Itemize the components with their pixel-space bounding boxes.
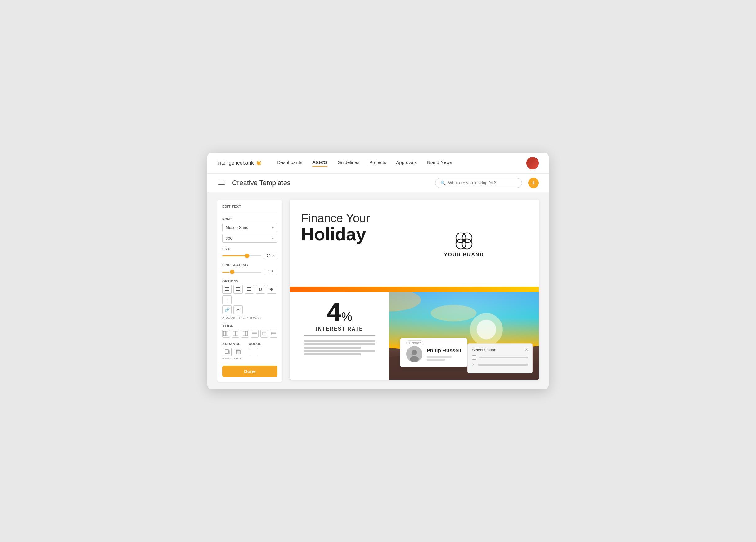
contact-avatar	[406, 346, 422, 362]
popup-remove-button[interactable]: ×	[472, 362, 475, 367]
align-right-btn[interactable]	[245, 285, 254, 293]
font-family-select[interactable]: Museo Sans	[222, 223, 277, 232]
search-icon: 🔍	[440, 181, 446, 186]
interest-rate-panel: 4 % INTEREST RATE	[290, 289, 389, 379]
font-weight-select[interactable]: 300	[222, 234, 277, 243]
svg-rect-16	[248, 289, 251, 289]
nav-assets[interactable]: Assets	[312, 159, 327, 167]
options-label: OPTIONS	[222, 279, 277, 283]
contact-details	[427, 356, 461, 360]
menu-toggle[interactable]	[217, 180, 226, 186]
svg-point-48	[410, 356, 419, 362]
popup-line-1	[479, 356, 528, 358]
svg-line-8	[257, 164, 258, 165]
brand-logo-icon	[455, 232, 473, 250]
svg-rect-23	[243, 331, 245, 336]
size-label: SIZE	[222, 247, 277, 251]
svg-point-36	[462, 233, 472, 243]
edit-text-panel: EDIT TEXT FONT Museo Sans 300 SIZE	[217, 200, 282, 382]
svg-rect-18	[223, 331, 226, 336]
svg-rect-14	[236, 290, 240, 290]
svg-point-44	[431, 305, 477, 321]
size-slider[interactable]	[222, 256, 261, 257]
svg-point-37	[456, 239, 466, 249]
select-option-popup: Select Option: × ×	[467, 343, 533, 373]
brand-panel: YOUR BRAND	[389, 200, 539, 289]
svg-rect-15	[247, 287, 251, 288]
popup-item-2: ×	[472, 362, 528, 367]
font-label: FONT	[222, 217, 277, 221]
size-slider-row: 75 pt	[222, 253, 277, 259]
svg-rect-34	[236, 350, 240, 354]
svg-line-6	[260, 164, 261, 165]
nav-approvals[interactable]: Approvals	[396, 160, 417, 166]
interest-line-4	[304, 350, 375, 352]
align-btn-mc[interactable]	[260, 329, 268, 338]
nav-projects[interactable]: Projects	[369, 160, 386, 166]
align-btn-mr[interactable]	[270, 329, 277, 338]
arrange-section: ARRANGE FRONT BACK	[222, 342, 242, 360]
popup-close-button[interactable]: ×	[525, 347, 528, 352]
svg-rect-24	[245, 331, 248, 336]
line-spacing-slider[interactable]	[222, 271, 261, 272]
interest-rate-number: 4	[327, 299, 341, 325]
contact-detail-2	[427, 359, 445, 360]
align-btn-tl[interactable]	[222, 329, 230, 338]
interest-lines	[304, 340, 375, 355]
font-weight-wrapper: 300	[222, 234, 277, 243]
svg-rect-13	[236, 289, 240, 289]
scissors-btn[interactable]: ✂	[233, 305, 243, 314]
align-row1	[222, 329, 277, 338]
contact-label: Contact	[406, 340, 424, 345]
line-spacing-value: 1.2	[264, 269, 277, 275]
edit-text-title: EDIT TEXT	[222, 205, 277, 208]
brand-logo: YOUR BRAND	[444, 232, 484, 258]
align-btn-ml[interactable]	[251, 329, 259, 338]
align-label: ALIGN	[222, 324, 277, 328]
align-left-btn[interactable]	[222, 285, 232, 293]
advanced-options-label: ADVANCED OPTIONS	[222, 316, 259, 320]
svg-point-38	[462, 239, 472, 249]
popup-checkbox-1[interactable]	[472, 355, 476, 360]
color-swatch[interactable]	[249, 347, 258, 356]
svg-rect-19	[226, 331, 228, 336]
underline-btn[interactable]: U	[256, 285, 265, 293]
finance-heading1: Finance Your	[301, 212, 370, 225]
search-input[interactable]	[448, 181, 517, 185]
size-section: SIZE 75 pt	[222, 247, 277, 259]
svg-point-0	[257, 161, 261, 165]
arrange-buttons: FRONT BACK	[222, 347, 242, 360]
align-btn-tr[interactable]	[241, 329, 249, 338]
interest-divider	[304, 335, 375, 336]
back-button[interactable]: BACK	[234, 347, 242, 360]
brand-name: YOUR BRAND	[444, 252, 484, 258]
svg-rect-10	[225, 289, 228, 289]
svg-rect-20	[233, 331, 235, 336]
svg-line-5	[257, 161, 258, 162]
svg-rect-21	[236, 331, 238, 336]
main-content: EDIT TEXT FONT Museo Sans 300 SIZE	[207, 192, 549, 389]
nav-guidelines[interactable]: Guidelines	[337, 160, 359, 166]
interest-rate-label: INTEREST RATE	[316, 326, 363, 332]
align-btn-tc[interactable]	[232, 329, 240, 338]
options-section: OPTIONS U T T̲ 🔗	[222, 279, 277, 320]
add-button[interactable]: +	[528, 178, 539, 188]
text-transform-btn[interactable]: T̲	[222, 295, 232, 304]
app-window: intelligencebank Dashboards Assets G	[207, 153, 549, 389]
link-btn[interactable]: 🔗	[222, 305, 232, 314]
nav-dashboards[interactable]: Dashboards	[277, 160, 302, 166]
advanced-options-row[interactable]: ADVANCED OPTIONS ▾	[222, 316, 277, 320]
user-avatar[interactable]	[526, 157, 539, 169]
contact-name: Philip Russell	[427, 347, 461, 354]
nav-brand-news[interactable]: Brand News	[427, 160, 452, 166]
svg-point-47	[412, 350, 417, 355]
front-button[interactable]: FRONT	[222, 347, 232, 360]
strikethrough-btn[interactable]: T	[267, 285, 276, 293]
interest-line-3	[304, 347, 361, 348]
font-section: FONT Museo Sans 300	[222, 217, 277, 243]
done-button[interactable]: Done	[222, 365, 277, 377]
line-spacing-slider-row: 1.2	[222, 269, 277, 275]
align-center-btn[interactable]	[233, 285, 243, 293]
svg-point-40	[470, 313, 503, 346]
finance-panel: Finance Your Holiday	[290, 200, 389, 289]
